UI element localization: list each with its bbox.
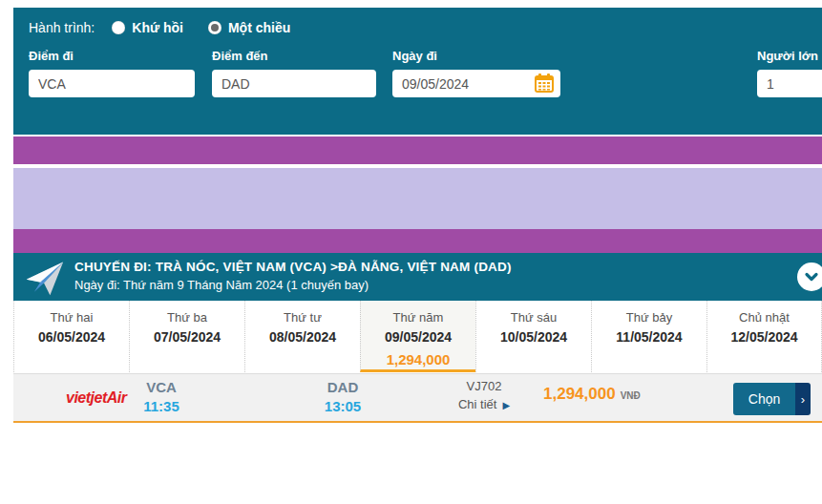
details-label: Chi tiết — [458, 397, 496, 411]
origin-input[interactable] — [29, 70, 195, 97]
vietjet-logo: vietjetAir — [66, 389, 126, 407]
origin-label: Điểm đi — [29, 49, 74, 63]
select-button-label: Chọn — [733, 383, 795, 415]
day-tab-saturday[interactable]: Thứ bảy 11/05/2024 — [591, 301, 706, 372]
adults-input[interactable] — [757, 70, 822, 97]
purple-band-top — [13, 136, 822, 164]
trip-type-label: Hành trình: — [29, 20, 95, 35]
radio-circle-checked-icon[interactable] — [208, 21, 221, 34]
flight-result-row: vietjetAir VCA 11:35 DAD 13:05 VJ702 Chi… — [13, 373, 822, 423]
radio-round-trip-label: Khứ hồi — [132, 20, 183, 35]
day-tab-tuesday[interactable]: Thứ ba 07/05/2024 — [129, 301, 244, 372]
day-date: 06/05/2024 — [14, 329, 129, 345]
trip-title: CHUYẾN ĐI: TRÀ NÓC, VIỆT NAM (VCA) >ĐÀ N… — [74, 260, 512, 274]
collapse-chevron-button[interactable] — [797, 262, 822, 291]
day-price: 1,294,000 — [361, 351, 475, 368]
select-flight-button[interactable]: Chọn › — [733, 383, 811, 415]
day-name: Thứ bảy — [592, 310, 706, 325]
paper-plane-icon — [23, 257, 65, 299]
trip-header-bar: CHUYẾN ĐI: TRÀ NÓC, VIỆT NAM (VCA) >ĐÀ N… — [13, 253, 822, 301]
depart-date-label: Ngày đi — [392, 49, 437, 63]
origin-code: VCA — [118, 379, 204, 395]
details-link[interactable]: Chi tiết▶ — [436, 397, 532, 411]
flight-number: VJ702 — [436, 379, 532, 393]
arrive-time: 13:05 — [300, 398, 386, 414]
lavender-band — [13, 168, 822, 229]
origin-segment: VCA 11:35 — [118, 379, 204, 414]
day-name: Thứ ba — [130, 310, 244, 325]
trip-subtitle: Ngày đi: Thứ năm 9 Tháng Năm 2024 (1 chu… — [74, 278, 369, 292]
day-name: Chủ nhật — [707, 310, 821, 325]
price-amount: 1,294,000 — [543, 385, 616, 403]
select-button-arrow-icon: › — [795, 383, 811, 415]
day-name: Thứ hai — [14, 310, 129, 325]
day-tab-monday[interactable]: Thứ hai 06/05/2024 — [13, 301, 129, 372]
day-date: 12/05/2024 — [707, 329, 821, 345]
day-tab-wednesday[interactable]: Thứ tư 08/05/2024 — [244, 301, 360, 372]
day-date: 11/05/2024 — [592, 329, 706, 345]
day-name: Thứ năm — [361, 310, 475, 325]
destination-segment: DAD 13:05 — [300, 379, 386, 414]
price-block: 1,294,000VNĐ — [543, 385, 641, 404]
destination-code: DAD — [300, 379, 386, 395]
purple-band-bottom — [13, 229, 822, 253]
radio-one-way-label: Một chiều — [228, 20, 290, 35]
radio-round-trip[interactable]: Khứ hồi — [112, 20, 183, 35]
flight-meta: VJ702 Chi tiết▶ — [436, 379, 532, 411]
trip-type-row: Hành trình: Khứ hồi Một chiều — [29, 17, 315, 38]
day-tab-thursday-selected[interactable]: Thứ năm 09/05/2024 1,294,000 — [360, 301, 475, 372]
price-currency: VNĐ — [621, 390, 641, 401]
day-tabs: Thứ hai 06/05/2024 Thứ ba 07/05/2024 Thứ… — [13, 301, 822, 372]
day-tab-sunday[interactable]: Chủ nhật 12/05/2024 — [706, 301, 822, 372]
day-name: Thứ tư — [245, 310, 360, 325]
adults-label: Người lớn — [757, 49, 818, 63]
details-arrow-icon: ▶ — [502, 400, 510, 410]
radio-one-way[interactable]: Một chiều — [208, 20, 290, 35]
day-date: 07/05/2024 — [130, 329, 244, 345]
radio-circle-icon[interactable] — [112, 21, 125, 34]
day-date: 09/05/2024 — [361, 329, 475, 345]
day-name: Thứ sáu — [476, 310, 591, 325]
destination-input[interactable] — [212, 70, 376, 97]
destination-label: Điểm đến — [212, 49, 268, 63]
depart-time: 11:35 — [118, 398, 204, 414]
search-panel: Hành trình: Khứ hồi Một chiều Điểm đi Đi… — [13, 8, 822, 135]
calendar-icon[interactable] — [535, 74, 554, 93]
page: Hành trình: Khứ hồi Một chiều Điểm đi Đi… — [0, 0, 822, 504]
day-tab-friday[interactable]: Thứ sáu 10/05/2024 — [475, 301, 591, 372]
day-date: 10/05/2024 — [476, 329, 591, 345]
day-date: 08/05/2024 — [245, 329, 360, 345]
